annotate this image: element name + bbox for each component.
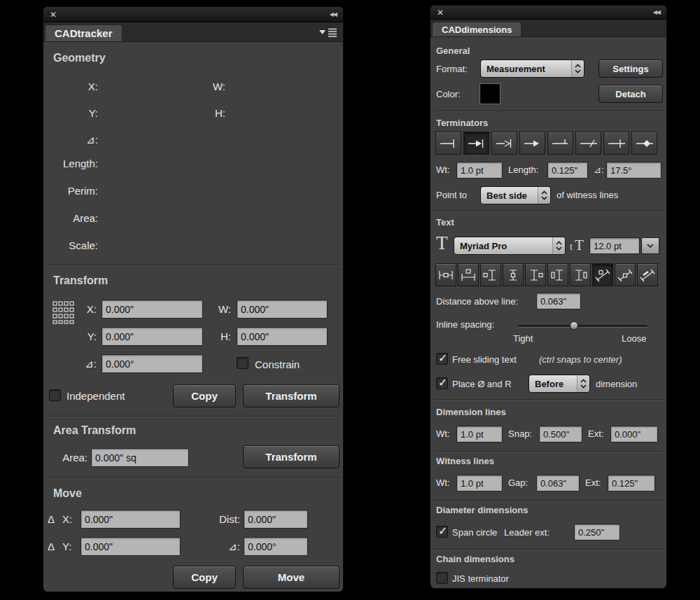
point-to-suffix-label: of witness lines xyxy=(556,190,618,200)
terminator-oblique-tick-button[interactable] xyxy=(575,132,601,155)
geometry-angle-label: ⊿: xyxy=(86,134,98,146)
move-x-label: X: xyxy=(62,513,72,525)
font-size-icon: t xyxy=(570,242,573,253)
detach-button[interactable]: Detach xyxy=(598,85,663,103)
transform-angle-input[interactable] xyxy=(102,354,203,373)
leader-ext-label: Leader ext: xyxy=(504,527,550,538)
place-position-value: Before xyxy=(535,379,564,389)
text-position-vertical-left-button[interactable] xyxy=(480,263,501,286)
terminator-wt-input[interactable] xyxy=(456,162,503,179)
terminator-wt-label: Wt: xyxy=(436,165,450,175)
place-position-dropdown[interactable]: Before xyxy=(528,375,590,393)
transform-apply-button[interactable]: Transform xyxy=(243,384,340,407)
free-sliding-text-checkbox[interactable] xyxy=(436,353,448,365)
text-position-vertical-rotated-left-button[interactable] xyxy=(547,263,568,286)
transform-copy-button[interactable]: Copy xyxy=(173,384,236,407)
text-position-vertical-center-button[interactable] xyxy=(503,263,524,286)
close-icon[interactable]: ✕ xyxy=(437,8,444,17)
geometry-h-label: H: xyxy=(215,107,225,119)
tab-caddimensions[interactable]: CADdimensions xyxy=(432,22,522,36)
text-position-diagonal-above-button[interactable] xyxy=(592,263,613,286)
span-circle-checkbox[interactable] xyxy=(436,526,448,538)
move-copy-button[interactable]: Copy xyxy=(173,566,236,589)
dimension-lines-section-title: Dimension lines xyxy=(436,407,506,417)
place-diameter-label: Place Ø and R xyxy=(452,379,512,389)
text-position-group xyxy=(435,263,658,286)
text-position-vertical-right-button[interactable] xyxy=(525,263,546,286)
collapse-icon[interactable]: ◀◀ xyxy=(330,12,337,18)
dimension-snap-label: Snap: xyxy=(508,428,532,439)
terminator-length-input[interactable] xyxy=(547,162,588,179)
reference-point-grid-icon[interactable] xyxy=(52,301,75,324)
constrain-checkbox[interactable] xyxy=(237,357,248,369)
transform-section-title: Transform xyxy=(53,274,108,287)
dimension-wt-input[interactable] xyxy=(456,426,503,442)
terminator-open-arrow-to-bar-button[interactable] xyxy=(491,132,517,155)
terminator-tick-end-button[interactable] xyxy=(435,132,461,155)
independent-label: Independent xyxy=(66,390,125,402)
transform-x-input[interactable] xyxy=(102,300,203,319)
terminator-cross-tick-button[interactable] xyxy=(603,132,629,155)
panel-menu-icon[interactable] xyxy=(319,27,337,37)
move-y-input[interactable] xyxy=(80,537,181,556)
terminator-diamond-dot-button[interactable] xyxy=(631,132,657,155)
inline-spacing-thumb[interactable] xyxy=(570,321,578,330)
diameter-dimensions-section-title: Diameter dimensions xyxy=(436,505,528,515)
text-position-diagonal-aligned-button[interactable] xyxy=(637,263,658,286)
tab-cadtracker[interactable]: CADtracker xyxy=(45,25,122,41)
font-dropdown[interactable]: Myriad Pro xyxy=(454,237,566,255)
place-diameter-checkbox[interactable] xyxy=(436,377,448,389)
color-swatch[interactable] xyxy=(480,84,500,104)
move-dist-input[interactable] xyxy=(244,510,308,529)
move-x-input[interactable] xyxy=(80,510,181,529)
ctrl-snaps-note: (ctrl snaps to center) xyxy=(539,354,622,365)
text-position-vertical-rotated-right-button[interactable] xyxy=(570,263,591,286)
text-position-horizontal-above-button[interactable] xyxy=(458,263,479,286)
move-button[interactable]: Move xyxy=(243,566,340,589)
close-icon[interactable]: ✕ xyxy=(50,11,57,19)
text-position-horizontal-inline-button[interactable] xyxy=(435,263,456,286)
chain-dimensions-section-title: Chain dimensions xyxy=(436,554,514,564)
dimension-ext-input[interactable] xyxy=(610,426,658,442)
delta-icon: Δ xyxy=(48,513,55,525)
move-dist-label: Dist: xyxy=(219,513,240,525)
move-angle-input[interactable] xyxy=(244,537,308,556)
format-dropdown[interactable]: Measurement xyxy=(480,60,584,78)
terminator-filled-arrow-button[interactable] xyxy=(519,132,545,155)
geometry-w-label: W: xyxy=(213,81,225,92)
terminator-filled-arrow-to-bar-button[interactable] xyxy=(463,132,489,155)
area-input[interactable] xyxy=(91,448,189,467)
caddimensions-panel: ✕ ◀◀ CADdimensions General Format: Measu… xyxy=(430,6,666,588)
collapse-icon[interactable]: ◀◀ xyxy=(653,10,660,15)
move-angle-label: ⊿: xyxy=(228,540,240,553)
leader-ext-input[interactable] xyxy=(574,524,620,540)
transform-w-input[interactable] xyxy=(237,300,328,319)
terminator-angle-input[interactable] xyxy=(606,162,662,179)
dropdown-stepper-icon xyxy=(571,60,584,77)
witness-gap-input[interactable] xyxy=(536,475,580,491)
point-to-dropdown[interactable]: Best side xyxy=(480,186,551,204)
move-y-label: Y: xyxy=(62,540,71,552)
witness-wt-input[interactable] xyxy=(456,475,503,491)
font-size-input[interactable] xyxy=(589,237,640,254)
distance-above-line-input[interactable] xyxy=(536,293,581,309)
terminator-half-tick-button[interactable] xyxy=(547,132,573,155)
format-value: Measurement xyxy=(486,64,545,74)
divider xyxy=(433,210,664,211)
cadtracker-panel: ✕ ◀◀ CADtracker Geometry X: W: Y: H: ⊿: … xyxy=(43,7,343,592)
divider xyxy=(433,500,664,501)
witness-ext-input[interactable] xyxy=(608,475,655,491)
font-size-dropdown-button[interactable] xyxy=(641,237,659,254)
settings-button[interactable]: Settings xyxy=(598,60,663,78)
slider-track[interactable] xyxy=(518,325,648,327)
text-position-diagonal-inline-button[interactable] xyxy=(615,263,636,286)
jis-terminator-checkbox[interactable] xyxy=(436,572,448,584)
divider xyxy=(433,399,664,400)
inline-spacing-slider[interactable] xyxy=(518,321,648,330)
transform-x-label: X: xyxy=(87,303,97,315)
dimension-snap-input[interactable] xyxy=(539,426,582,442)
transform-h-input[interactable] xyxy=(237,327,328,346)
area-transform-button[interactable]: Transform xyxy=(243,445,340,468)
independent-checkbox[interactable] xyxy=(49,389,61,401)
transform-y-input[interactable] xyxy=(102,327,203,346)
